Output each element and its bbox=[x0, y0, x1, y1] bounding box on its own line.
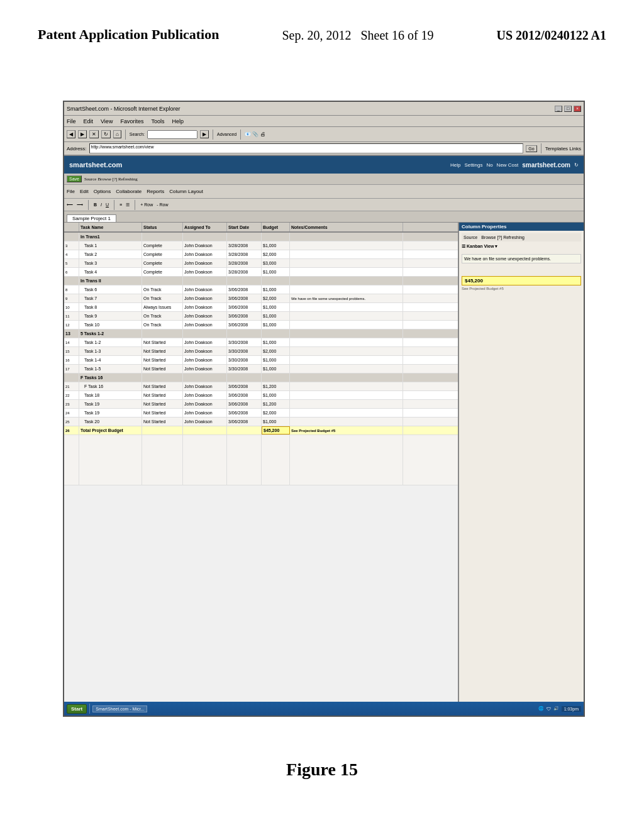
menu-edit[interactable]: Edit bbox=[84, 118, 94, 124]
cell-assigned-8[interactable]: John Doakson bbox=[183, 303, 227, 311]
outdent-icon[interactable]: ⟶ bbox=[77, 202, 83, 208]
cell-budget-20[interactable]: $1,000 bbox=[262, 418, 290, 426]
cell-task13[interactable]: Task 1-3 bbox=[79, 347, 142, 355]
cell-budget-8[interactable]: $1,000 bbox=[262, 303, 290, 311]
app-menu-file[interactable]: File bbox=[67, 189, 75, 194]
cell-assigned-19a[interactable]: John Doakson bbox=[183, 400, 227, 408]
cell-date-7[interactable]: 3/06/2008 bbox=[227, 294, 262, 302]
delete-row-btn[interactable]: - Row bbox=[157, 202, 168, 207]
menu-favorites[interactable]: Favorites bbox=[120, 118, 143, 124]
col-task-header[interactable]: Task Name bbox=[79, 223, 142, 231]
cell-date-19a[interactable]: 3/06/2008 bbox=[227, 400, 262, 408]
cell-assigned-19b[interactable]: John Doakson bbox=[183, 409, 227, 417]
cell-assigned-4[interactable]: John Doakson bbox=[183, 268, 227, 276]
menu-help[interactable]: Help bbox=[172, 118, 184, 124]
cell-task20[interactable]: Task 20 bbox=[79, 418, 142, 426]
maximize-btn[interactable]: □ bbox=[564, 106, 572, 112]
account-link[interactable]: New Cost bbox=[497, 162, 519, 168]
cell-status-15[interactable]: Not Started bbox=[142, 365, 183, 373]
start-button[interactable]: Start bbox=[67, 704, 87, 714]
cell-assigned-7[interactable]: John Doakson bbox=[183, 294, 227, 302]
cell-assigned-13[interactable]: John Doakson bbox=[183, 347, 227, 355]
cell-date-15[interactable]: 3/30/2008 bbox=[227, 365, 262, 373]
cell-status-1[interactable]: Complete bbox=[142, 241, 183, 250]
cell-budget-1[interactable]: $1,000 bbox=[262, 241, 290, 250]
cell-status-13[interactable]: Not Started bbox=[142, 347, 183, 355]
cell-task6[interactable]: Task 6 bbox=[79, 285, 142, 294]
cell-budget-10[interactable]: $1,000 bbox=[262, 321, 290, 329]
cell-budget-18[interactable]: $1,000 bbox=[262, 391, 290, 399]
cell-budget-13[interactable]: $2,000 bbox=[262, 347, 290, 355]
taskbar-item-browser[interactable]: SmartSheet.com - Micr... bbox=[92, 706, 147, 712]
app-menu-column-layout[interactable]: Column Layout bbox=[169, 189, 203, 194]
cell-budget-4[interactable]: $1,000 bbox=[262, 268, 290, 276]
cell-status-10[interactable]: On Track bbox=[142, 321, 183, 329]
cell-date-2[interactable]: 3/28/2008 bbox=[227, 250, 262, 258]
cell-budget-7[interactable]: $2,000 bbox=[262, 294, 290, 302]
cell-task19b[interactable]: Task 19 bbox=[79, 409, 142, 417]
cell-task2[interactable]: Task 2 bbox=[79, 250, 142, 258]
cell-date-10[interactable]: 3/06/2008 bbox=[227, 321, 262, 329]
cell-task15[interactable]: Task 1-5 bbox=[79, 365, 142, 373]
cell-budget-19b[interactable]: $2,000 bbox=[262, 409, 290, 417]
refresh-icon[interactable]: ↻ bbox=[574, 162, 579, 168]
cell-budget-3[interactable]: $3,000 bbox=[262, 259, 290, 267]
cell-date-3[interactable]: 3/28/2008 bbox=[227, 259, 262, 267]
cell-date-6[interactable]: 3/06/2008 bbox=[227, 285, 262, 294]
go-btn[interactable]: ▶ bbox=[200, 130, 209, 138]
billing-link[interactable]: No bbox=[486, 162, 492, 168]
align-left-btn[interactable]: ≡ bbox=[119, 202, 122, 207]
cell-budget-15[interactable]: $1,000 bbox=[262, 365, 290, 373]
cell-assigned-18[interactable]: John Doakson bbox=[183, 391, 227, 399]
cell-intrans1[interactable]: In Trans1 bbox=[79, 233, 142, 241]
cell-assigned-16[interactable]: John Doakson bbox=[183, 382, 227, 390]
menu-file[interactable]: File bbox=[67, 118, 76, 124]
col-notes-header[interactable]: Notes/Comments bbox=[290, 223, 403, 231]
cell-date-19b[interactable]: 3/06/2008 bbox=[227, 409, 262, 417]
app-menu-edit[interactable]: Edit bbox=[80, 189, 89, 194]
cell-assigned-2[interactable]: John Doakson bbox=[183, 250, 227, 258]
settings-link[interactable]: Settings bbox=[464, 162, 482, 168]
cell-task7[interactable]: Task 7 bbox=[79, 294, 142, 302]
cell-status-8[interactable]: Always Issues bbox=[142, 303, 183, 311]
cell-assigned-15[interactable]: John Doakson bbox=[183, 365, 227, 373]
bold-btn[interactable]: B bbox=[94, 202, 97, 207]
cell-status-16[interactable]: Not Started bbox=[142, 382, 183, 390]
col-budget-header[interactable]: Budget bbox=[262, 223, 290, 231]
cell-status-19a[interactable]: Not Started bbox=[142, 400, 183, 408]
panel-browse-btn[interactable]: Browse [?] Refreshing bbox=[481, 235, 525, 240]
cell-budget-19a[interactable]: $1,200 bbox=[262, 400, 290, 408]
cell-budget-12[interactable]: $1,000 bbox=[262, 338, 290, 346]
cell-status-2[interactable]: Complete bbox=[142, 250, 183, 258]
cell-intrans2[interactable]: In Trans II bbox=[79, 277, 142, 285]
minimize-btn[interactable]: _ bbox=[555, 106, 562, 112]
insert-row-btn[interactable]: + Row bbox=[140, 202, 153, 207]
col-assigned-header[interactable]: Assigned To bbox=[183, 223, 227, 231]
col-status-header[interactable]: Status bbox=[142, 223, 183, 231]
cell-task3[interactable]: Task 3 bbox=[79, 259, 142, 267]
cell-date-4[interactable]: 3/28/2008 bbox=[227, 268, 262, 276]
cell-budget-2[interactable]: $2,000 bbox=[262, 250, 290, 258]
browse-label[interactable]: Browse [?] Refreshing bbox=[97, 177, 137, 182]
cell-date-1[interactable]: 3/28/2008 bbox=[227, 241, 262, 250]
cell-status-4[interactable]: Complete bbox=[142, 268, 183, 276]
cell-budget-14[interactable]: $1,000 bbox=[262, 356, 290, 364]
cell-date-16[interactable]: 3/06/2008 bbox=[227, 382, 262, 390]
cell-budget-9[interactable]: $1,000 bbox=[262, 312, 290, 320]
cell-date-13[interactable]: 3/30/2008 bbox=[227, 347, 262, 355]
cell-assigned-3[interactable]: John Doakson bbox=[183, 259, 227, 267]
cell-assigned-14[interactable]: John Doakson bbox=[183, 356, 227, 364]
cell-task14[interactable]: Task 1-4 bbox=[79, 356, 142, 364]
cell-5tasks[interactable]: 5 Tasks 1-2 bbox=[79, 329, 142, 338]
app-menu-reports[interactable]: Reports bbox=[147, 189, 164, 194]
cell-status-7[interactable]: On Track bbox=[142, 294, 183, 302]
indent-icon[interactable]: ⟵ bbox=[67, 202, 73, 208]
cell-assigned-10[interactable]: John Doakson bbox=[183, 321, 227, 329]
col-date-header[interactable]: Start Date bbox=[227, 223, 262, 231]
menu-view[interactable]: View bbox=[101, 118, 113, 124]
go-address-btn[interactable]: Go bbox=[526, 145, 536, 152]
cell-date-14[interactable]: 3/30/2008 bbox=[227, 356, 262, 364]
cell-budget-6[interactable]: $1,000 bbox=[262, 285, 290, 294]
align-center-btn[interactable]: ☰ bbox=[126, 202, 130, 208]
forward-btn[interactable]: ▶ bbox=[78, 130, 87, 138]
